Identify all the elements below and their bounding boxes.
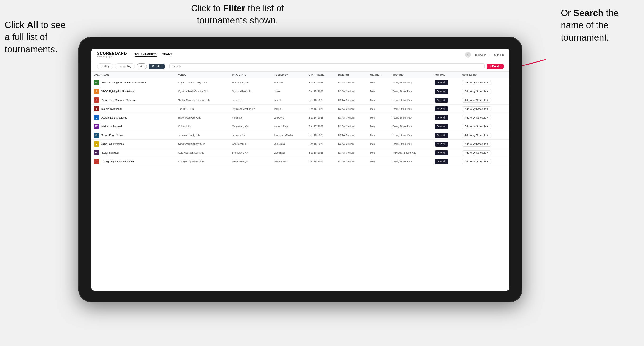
actions-cell: View ⓘ xyxy=(432,149,460,157)
table-header-row: EVENT NAME VENUE CITY, STATE HOSTED BY S… xyxy=(92,72,509,78)
col-venue: VENUE xyxy=(176,72,230,78)
col-division: DIVISION xyxy=(336,72,368,78)
separator: | xyxy=(490,53,490,56)
event-cell: W Husky Individual xyxy=(94,150,173,155)
hosted-by-cell: Kansas State xyxy=(272,122,306,131)
add-to-schedule-button[interactable]: Add to My Schedule + xyxy=(462,107,490,111)
table-row: W Husky Individual Gold Mountain Golf Cl… xyxy=(92,149,509,157)
division-cell: NCAA Division I xyxy=(336,157,368,166)
info-icon: ⓘ xyxy=(443,151,446,154)
table-row: W Wildcat Invitational Colbert Hills Man… xyxy=(92,122,509,131)
team-logo: U xyxy=(94,115,99,120)
hosted-by-cell: Temple xyxy=(272,105,306,113)
info-icon: ⓘ xyxy=(443,143,446,146)
user-name: Test User xyxy=(475,53,486,56)
logo-sub: Powered by clipp'd xyxy=(97,56,127,58)
division-cell: NCAA Division I xyxy=(336,113,368,122)
table-row: V Valpo Fall Invitational Sand Creek Cou… xyxy=(92,140,509,149)
add-to-schedule-button[interactable]: Add to My Schedule + xyxy=(462,98,490,103)
event-cell: M 2023 Joe Feaganes Marshall Invitationa… xyxy=(94,80,173,85)
event-name: OFCC Fighting Illini Invitational xyxy=(101,90,135,93)
table-row: M 2023 Joe Feaganes Marshall Invitationa… xyxy=(92,78,509,87)
division-cell: NCAA Division I xyxy=(336,140,368,149)
tablet-screen: SCOREBOARD Powered by clipp'd TOURNAMENT… xyxy=(92,49,509,291)
event-name: Ryan T. Lee Memorial Collegiate xyxy=(101,99,137,102)
scoring-cell: Team, Stroke Play xyxy=(390,140,432,149)
competing-cell: Add to My Schedule + xyxy=(460,78,509,87)
city-state-cell: Victor, NY xyxy=(230,113,272,122)
venue-cell: Guyan Golf & Country Club xyxy=(176,78,230,87)
actions-cell: View ⓘ xyxy=(432,140,460,149)
gender-cell: Men xyxy=(368,140,390,149)
city-state-cell: Berlin, CT xyxy=(230,96,272,105)
app-header: SCOREBOARD Powered by clipp'd TOURNAMENT… xyxy=(92,49,509,61)
scoring-cell: Team, Stroke Play xyxy=(390,131,432,140)
nav-tournaments[interactable]: TOURNAMENTS xyxy=(135,53,157,57)
event-cell: V Valpo Fall Invitational xyxy=(94,141,173,147)
view-button[interactable]: View ⓘ xyxy=(434,98,448,103)
hosted-by-cell: Illinois xyxy=(272,87,306,96)
division-cell: NCAA Division I xyxy=(336,105,368,113)
event-name: Wildcat Invitational xyxy=(101,125,122,128)
division-cell: NCAA Division I xyxy=(336,122,368,131)
hosted-by-cell: Wake Forest xyxy=(272,157,306,166)
table-row: G Grover Page Classic Jackson Country Cl… xyxy=(92,131,509,140)
view-button[interactable]: View ⓘ xyxy=(434,133,448,138)
info-icon: ⓘ xyxy=(443,81,446,84)
actions-cell: View ⓘ xyxy=(432,87,460,96)
hosted-by-cell: Fairfield xyxy=(272,96,306,105)
add-to-schedule-button[interactable]: Add to My Schedule + xyxy=(462,142,490,147)
competing-cell: Add to My Schedule + xyxy=(460,140,509,149)
filter-icon-button[interactable]: ⚙ Filter xyxy=(149,64,164,69)
view-button[interactable]: View ⓘ xyxy=(434,107,448,111)
main-nav: TOURNAMENTS TEAMS xyxy=(135,53,172,57)
header-left: SCOREBOARD Powered by clipp'd TOURNAMENT… xyxy=(97,52,172,58)
add-to-schedule-button[interactable]: Add to My Schedule + xyxy=(462,150,490,155)
sign-out-link[interactable]: Sign out xyxy=(494,53,504,56)
team-logo: F xyxy=(94,97,99,103)
add-to-schedule-button[interactable]: Add to My Schedule + xyxy=(462,89,490,94)
view-button[interactable]: View ⓘ xyxy=(434,150,448,155)
team-logo: C xyxy=(94,159,99,164)
logo-text: SCOREBOARD xyxy=(97,52,127,55)
view-button[interactable]: View ⓘ xyxy=(434,89,448,94)
all-filter-btn[interactable]: All xyxy=(137,63,147,69)
hosted-by-cell: Le Moyne xyxy=(272,113,306,122)
competing-cell: Add to My Schedule + xyxy=(460,149,509,157)
filter-icon: ⚙ xyxy=(152,65,154,68)
gender-cell: Men xyxy=(368,87,390,96)
info-icon: ⓘ xyxy=(443,107,446,111)
search-input[interactable] xyxy=(169,63,485,69)
hosting-filter-btn[interactable]: Hosting xyxy=(97,63,113,69)
city-state-cell: Westchester, IL xyxy=(230,157,272,166)
add-to-schedule-button[interactable]: Add to My Schedule + xyxy=(462,133,490,138)
tournaments-table-container: EVENT NAME VENUE CITY, STATE HOSTED BY S… xyxy=(92,72,509,291)
info-icon: ⓘ xyxy=(443,160,446,163)
gender-cell: Men xyxy=(368,131,390,140)
create-button[interactable]: + Create xyxy=(486,64,504,69)
scoring-cell: Individual, Stroke Play xyxy=(390,149,432,157)
add-to-schedule-button[interactable]: Add to My Schedule + xyxy=(462,115,490,120)
view-button[interactable]: View ⓘ xyxy=(434,115,448,120)
start-date-cell: Sep 11, 2023 xyxy=(306,78,336,87)
add-to-schedule-button[interactable]: Add to My Schedule + xyxy=(462,159,490,164)
start-date-cell: Sep 18, 2023 xyxy=(306,157,336,166)
team-logo: I xyxy=(94,89,99,94)
event-cell: C Chicago Highlands Invitational xyxy=(94,159,173,164)
event-cell: G Grover Page Classic xyxy=(94,133,173,138)
view-button[interactable]: View ⓘ xyxy=(434,80,448,85)
nav-teams[interactable]: TEAMS xyxy=(162,53,172,57)
view-button[interactable]: View ⓘ xyxy=(434,142,448,147)
col-start-date: START DATE xyxy=(306,72,336,78)
competing-cell: Add to My Schedule + xyxy=(460,96,509,105)
add-to-schedule-button[interactable]: Add to My Schedule + xyxy=(462,124,490,129)
add-to-schedule-button[interactable]: Add to My Schedule + xyxy=(462,80,490,85)
view-button[interactable]: View ⓘ xyxy=(434,159,448,164)
view-button[interactable]: View ⓘ xyxy=(434,124,448,129)
event-name: Temple Invitational xyxy=(101,107,122,110)
venue-cell: Gold Mountain Golf Club xyxy=(176,149,230,157)
scoring-cell: Team, Stroke Play xyxy=(390,78,432,87)
table-row: F Ryan T. Lee Memorial Collegiate Shuttl… xyxy=(92,96,509,105)
competing-filter-btn[interactable]: Competing xyxy=(115,63,135,69)
table-row: U Upstate Dual Challenge Ravenwood Golf … xyxy=(92,113,509,122)
